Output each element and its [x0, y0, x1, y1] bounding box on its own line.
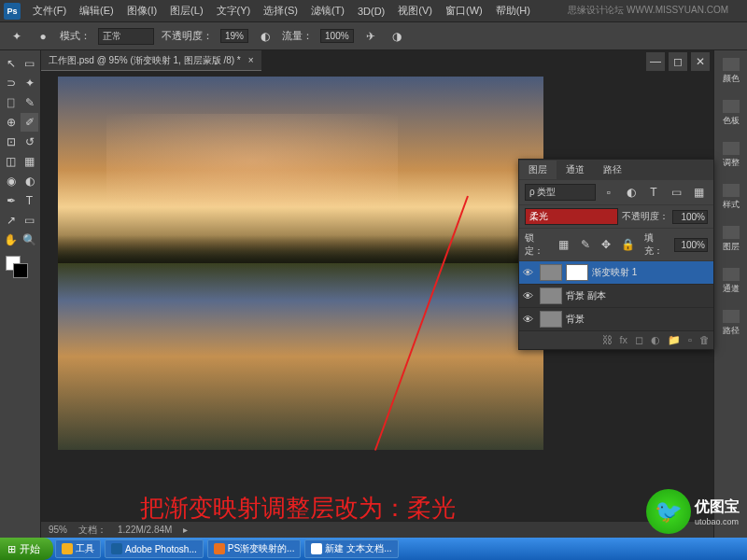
blend-mode-select[interactable]: 柔光: [525, 208, 618, 225]
menu-file[interactable]: 文件(F): [26, 1, 73, 21]
taskbar-item[interactable]: 工具: [55, 539, 101, 558]
path-tool-icon[interactable]: ↗: [2, 211, 20, 230]
layer-thumb[interactable]: [540, 287, 562, 304]
opacity-field[interactable]: 19%: [220, 29, 248, 43]
tool-preset-icon[interactable]: ✦: [7, 27, 26, 46]
chevron-right-icon[interactable]: ▸: [183, 525, 188, 535]
menu-help[interactable]: 帮助(H): [489, 1, 537, 21]
link-layers-icon[interactable]: ⛓: [602, 334, 613, 346]
eyedropper-tool-icon[interactable]: ✎: [21, 93, 38, 112]
panel-path-tab[interactable]: 路径: [716, 306, 745, 341]
layer-mask-icon[interactable]: ◻: [635, 334, 643, 346]
doc-size: 1.22M/2.84M: [118, 525, 172, 535]
stamp-tool-icon[interactable]: ⊡: [2, 133, 20, 151]
filter-image-icon[interactable]: ▫: [599, 183, 618, 202]
panel-style-tab[interactable]: 样式: [716, 180, 745, 215]
start-button[interactable]: ⊞开始: [0, 538, 53, 560]
menu-image[interactable]: 图像(I): [120, 1, 163, 21]
canvas-image[interactable]: [58, 77, 543, 450]
filter-type-icon[interactable]: T: [644, 183, 663, 202]
close-icon[interactable]: ×: [248, 55, 254, 65]
zoom-tool-icon[interactable]: 🔍: [21, 231, 38, 249]
taskbar-item[interactable]: 新建 文本文档...: [304, 539, 398, 558]
menu-layer[interactable]: 图层(L): [163, 1, 209, 21]
healing-tool-icon[interactable]: ⊕: [2, 113, 20, 132]
document-tab[interactable]: 工作图.psd @ 95% (渐变映射 1, 图层蒙版 /8) * ×: [41, 50, 261, 71]
move-tool-icon[interactable]: ↖: [2, 54, 20, 73]
filter-shape-icon[interactable]: ▭: [667, 183, 685, 202]
folder-icon[interactable]: 📁: [668, 334, 681, 346]
menu-view[interactable]: 视图(V): [391, 1, 439, 21]
type-tool-icon[interactable]: T: [21, 191, 38, 210]
gradient-tool-icon[interactable]: ▦: [21, 152, 38, 171]
adjustment-layer-icon[interactable]: ◐: [651, 334, 660, 346]
pen-tool-icon[interactable]: ✒: [2, 191, 20, 210]
taskbar-item[interactable]: PS渐变映射的...: [207, 539, 302, 558]
marquee-tool-icon[interactable]: ▭: [21, 54, 38, 73]
hand-tool-icon[interactable]: ✋: [2, 231, 20, 249]
taskbar-item[interactable]: Adobe Photosh...: [105, 539, 204, 558]
lock-all-icon[interactable]: 🔒: [619, 235, 637, 254]
menu-3d[interactable]: 3D(D): [351, 3, 391, 20]
blur-tool-icon[interactable]: ◉: [2, 172, 20, 190]
mode-select[interactable]: 正常: [98, 28, 154, 45]
color-swatches[interactable]: [2, 256, 38, 284]
path-icon: [723, 310, 740, 323]
visibility-icon[interactable]: 👁: [523, 314, 536, 325]
menu-select[interactable]: 选择(S): [257, 1, 304, 21]
layer-name[interactable]: 背景 副本: [566, 289, 606, 302]
tab-channels[interactable]: 通道: [557, 161, 594, 179]
flow-field[interactable]: 100%: [320, 29, 354, 43]
tab-paths[interactable]: 路径: [594, 161, 631, 179]
layer-opacity-field[interactable]: 100%: [672, 210, 708, 224]
layer-name[interactable]: 渐变映射 1: [592, 266, 637, 279]
minimize-doc-icon[interactable]: —: [646, 52, 665, 71]
brush-tool-icon[interactable]: ✐: [21, 113, 38, 132]
airbrush-icon[interactable]: ✈: [361, 27, 380, 46]
new-layer-icon[interactable]: ▫: [688, 334, 692, 346]
layer-fx-icon[interactable]: fx: [620, 334, 628, 346]
layer-item[interactable]: 👁 渐变映射 1: [519, 261, 713, 285]
layer-name[interactable]: 背景: [566, 313, 585, 326]
brush-preset-icon[interactable]: ●: [34, 27, 52, 46]
panel-adjust-tab[interactable]: 调整: [716, 138, 745, 173]
close-doc-icon[interactable]: ✕: [691, 52, 710, 71]
wand-tool-icon[interactable]: ✦: [21, 74, 38, 92]
visibility-icon[interactable]: 👁: [523, 267, 536, 278]
lasso-tool-icon[interactable]: ⊃: [2, 74, 20, 92]
background-swatch[interactable]: [13, 263, 28, 278]
menu-window[interactable]: 窗口(W): [439, 1, 489, 21]
panel-color-tab[interactable]: 颜色: [716, 54, 745, 89]
pressure-size-icon[interactable]: ◑: [388, 27, 406, 46]
layer-thumb[interactable]: [540, 264, 562, 281]
menu-type[interactable]: 文字(Y): [210, 1, 258, 21]
layer-thumb[interactable]: [540, 311, 562, 328]
menu-edit[interactable]: 编辑(E): [73, 1, 120, 21]
visibility-icon[interactable]: 👁: [523, 290, 536, 301]
ubao-logo-icon: 🐦: [646, 489, 691, 534]
layer-kind-filter[interactable]: ρ 类型: [525, 184, 596, 201]
panel-channel-tab[interactable]: 通道: [716, 264, 745, 299]
layer-fill-field[interactable]: 100%: [674, 238, 708, 252]
menu-filter[interactable]: 滤镜(T): [304, 1, 351, 21]
layer-item[interactable]: 👁 背景: [519, 308, 713, 331]
eraser-tool-icon[interactable]: ◫: [2, 152, 20, 171]
filter-smart-icon[interactable]: ▦: [689, 183, 708, 202]
trash-icon[interactable]: 🗑: [699, 334, 710, 346]
tab-layers[interactable]: 图层: [519, 161, 557, 179]
lock-position-icon[interactable]: ✥: [598, 235, 615, 254]
panel-swatch-tab[interactable]: 色板: [716, 96, 745, 131]
history-brush-icon[interactable]: ↺: [21, 133, 38, 151]
layer-mask-thumb[interactable]: [566, 264, 588, 281]
crop-tool-icon[interactable]: ⎕: [2, 93, 20, 112]
maximize-doc-icon[interactable]: ◻: [669, 52, 687, 71]
lock-pixels-icon[interactable]: ✎: [576, 235, 594, 254]
filter-adjust-icon[interactable]: ◐: [622, 183, 641, 202]
lock-transparency-icon[interactable]: ▦: [555, 235, 572, 254]
shape-tool-icon[interactable]: ▭: [21, 211, 38, 230]
layer-item[interactable]: 👁 背景 副本: [519, 285, 713, 308]
zoom-level[interactable]: 95%: [49, 525, 67, 535]
pressure-opacity-icon[interactable]: ◐: [256, 27, 275, 46]
dodge-tool-icon[interactable]: ◐: [21, 172, 38, 190]
panel-layers-tab[interactable]: 图层: [716, 222, 745, 257]
